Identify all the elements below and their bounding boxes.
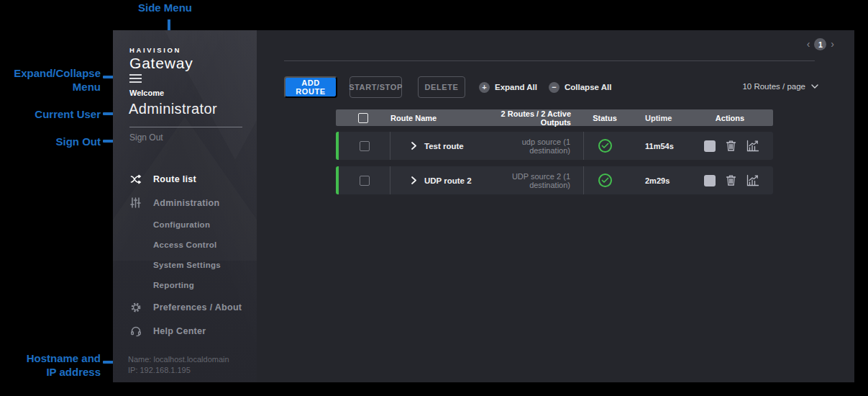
sidebar-item-route-list[interactable]: Route list xyxy=(113,167,257,191)
route-row-test-route[interactable]: Test route udp source (1 destination) 11… xyxy=(336,132,773,160)
stop-route-button[interactable] xyxy=(704,140,716,152)
route-name: UDP route 2 xyxy=(424,176,472,185)
headset-icon xyxy=(129,325,142,337)
stop-route-button[interactable] xyxy=(704,175,716,186)
status-active-icon xyxy=(598,139,612,153)
sidebar-item-label: Help Center xyxy=(153,326,206,336)
routes-table-header: Route Name 2 Routes / 2 Active Outputs S… xyxy=(336,109,773,126)
sidebar-menu: Route list Administration Configuration … xyxy=(113,167,257,343)
route-uptime: 2m29s xyxy=(626,176,687,185)
side-menu: HAIVISION Gateway Welcome Administrator … xyxy=(113,30,257,382)
expand-all-label: Expand All xyxy=(495,83,537,91)
route-name: Test route xyxy=(424,142,464,150)
sidebar-item-label: Access Control xyxy=(153,240,217,249)
sidebar-item-label: Administration xyxy=(153,198,219,208)
sidebar-item-label: Route list xyxy=(153,174,196,184)
routes-table: Route Name 2 Routes / 2 Active Outputs S… xyxy=(336,109,773,194)
select-all-checkbox[interactable] xyxy=(358,113,368,123)
pagination: ‹ 1 › xyxy=(807,38,834,50)
brand-name: HAIVISION xyxy=(129,46,193,54)
gateway-app-window: HAIVISION Gateway Welcome Administrator … xyxy=(113,30,854,382)
collapse-all-label: Collapse All xyxy=(565,83,611,91)
header-uptime: Uptime xyxy=(626,114,687,122)
plus-icon: + xyxy=(479,82,490,93)
sidebar-item-access-control[interactable]: Access Control xyxy=(113,235,257,255)
route-row-udp-route-2[interactable]: UDP route 2 UDP source 2 (1 destination)… xyxy=(336,166,773,194)
sidebar-item-reporting[interactable]: Reporting xyxy=(113,275,257,295)
row-checkbox[interactable] xyxy=(360,141,370,151)
chevron-down-icon xyxy=(811,84,818,89)
status-active-icon xyxy=(598,174,612,187)
hamburger-menu-icon[interactable] xyxy=(129,74,142,84)
sidebar-item-help-center[interactable]: Help Center xyxy=(113,319,257,343)
welcome-label: Welcome xyxy=(129,89,164,97)
page-next-arrow[interactable]: › xyxy=(831,38,834,50)
sign-out-link[interactable]: Sign Out xyxy=(129,132,163,143)
sidebar-item-system-settings[interactable]: System Settings xyxy=(113,255,257,275)
minus-icon: − xyxy=(549,82,559,93)
route-source: udp source (1 destination) xyxy=(487,132,584,160)
annotation-hostname-line1: Hostname and xyxy=(1,351,101,365)
annotation-expand-collapse-line1: Expand/Collapse xyxy=(1,66,101,80)
gear-icon xyxy=(129,301,142,313)
sidebar-item-administration[interactable]: Administration xyxy=(113,191,257,215)
ip-address-text: IP: 192.168.1.195 xyxy=(128,365,229,376)
sidebar-item-label: Preferences / About xyxy=(153,302,242,312)
current-user-name: Administrator xyxy=(129,101,217,117)
annotation-hostname-line2: IP address xyxy=(1,365,101,379)
user-divider xyxy=(129,127,242,127)
annotation-current-user: Current User xyxy=(1,107,101,121)
route-icon xyxy=(129,173,142,185)
main-content: ‹ 1 › ADD ROUTE START/STOP DELETE + Expa… xyxy=(257,30,854,382)
annotation-sign-out: Sign Out xyxy=(1,135,101,148)
route-actions xyxy=(687,166,773,194)
start-stop-button[interactable]: START/STOP xyxy=(350,76,402,98)
haivision-logo: HAIVISION Gateway xyxy=(129,46,193,72)
header-actions: Actions xyxy=(687,114,773,122)
sidebar-item-label: System Settings xyxy=(153,261,221,269)
sidebar-item-configuration[interactable]: Configuration xyxy=(113,215,257,235)
page-prev-arrow[interactable]: ‹ xyxy=(807,38,810,50)
delete-route-icon[interactable] xyxy=(726,140,736,152)
routes-per-page-label: 10 Routes / page xyxy=(742,82,805,91)
header-routes-summary: 2 Routes / 2 Active Outputs xyxy=(487,109,584,127)
header-route-name: Route Name xyxy=(390,114,487,122)
delete-button[interactable]: DELETE xyxy=(418,76,465,98)
hostname-text: Name: localhost.localdomain xyxy=(128,354,229,365)
toolbar-divider xyxy=(284,60,815,61)
route-actions xyxy=(687,132,773,160)
sidebar-item-label: Reporting xyxy=(153,281,194,289)
annotation-side-menu: Side Menu xyxy=(138,1,192,14)
row-checkbox[interactable] xyxy=(360,176,370,186)
expand-all-button[interactable]: + Expand All xyxy=(479,82,537,93)
add-route-button[interactable]: ADD ROUTE xyxy=(284,76,337,98)
host-info: Name: localhost.localdomain IP: 192.168.… xyxy=(128,354,229,376)
sliders-icon xyxy=(129,197,142,209)
page-number[interactable]: 1 xyxy=(814,38,826,50)
annotation-expand-collapse-line2: Menu xyxy=(1,80,101,94)
routes-per-page-dropdown[interactable]: 10 Routes / page xyxy=(742,82,818,91)
annotation-hostname-ip: Hostname and IP address xyxy=(1,351,101,379)
route-source: UDP source 2 (1 destination) xyxy=(487,166,584,194)
chevron-right-icon[interactable] xyxy=(411,176,416,184)
route-uptime: 11m54s xyxy=(626,142,687,150)
product-name: Gateway xyxy=(129,55,193,72)
statistics-icon[interactable] xyxy=(746,140,759,152)
annotation-expand-collapse: Expand/Collapse Menu xyxy=(1,66,101,94)
sidebar-item-label: Configuration xyxy=(153,220,210,229)
route-toolbar: ADD ROUTE START/STOP DELETE + Expand All… xyxy=(284,76,611,98)
sidebar-item-preferences-about[interactable]: Preferences / About xyxy=(113,295,257,319)
statistics-icon[interactable] xyxy=(746,174,759,186)
collapse-all-button[interactable]: − Collapse All xyxy=(549,82,611,93)
chevron-right-icon[interactable] xyxy=(411,142,416,150)
delete-route-icon[interactable] xyxy=(726,174,736,186)
header-status: Status xyxy=(584,114,626,122)
